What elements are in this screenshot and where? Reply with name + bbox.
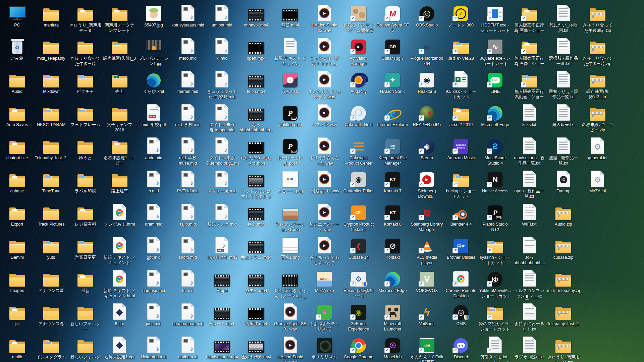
desktop-icon[interactable]: ↗無人販売不正行為 画像 - ショートカッ... — [513, 3, 546, 34]
desktop-icon[interactable]: Audio.zip — [547, 202, 580, 227]
desktop-icon[interactable]: X↗9.5.xlsx - ショートカット — [444, 69, 477, 100]
desktop-icon[interactable]: 新しいフォルダー — [69, 302, 102, 332]
desktop-icon[interactable]: ⦿↗MuseHub — [376, 335, 409, 360]
desktop-icon[interactable]: ♪xl.mid — [206, 36, 238, 61]
desktop-icon[interactable]: manisekarin - 親作品一覧.txt — [513, 136, 546, 166]
desktop-icon[interactable]: 死にたい_ゅ歌詞.txt — [547, 3, 580, 33]
desktop-icon[interactable]: Auto Saves — [1, 103, 34, 127]
desktop-icon[interactable]: Telepathy_Inst_2... — [547, 302, 580, 326]
desktop-icon[interactable]: 新規 テキスト ドキュメント.html — [103, 268, 136, 299]
desktop-icon[interactable]: 調声練習(失敗)_3 — [103, 36, 136, 61]
desktop-icon[interactable]: 画像1.png — [274, 235, 307, 260]
desktop-icon[interactable]: レジ袋有料 — [69, 202, 102, 227]
desktop-icon[interactable]: ↗Microsoft Edge — [479, 103, 512, 127]
desktop-icon[interactable]: ♪PVTNd.mid — [171, 169, 204, 194]
desktop-icon[interactable]: 調声用データテンプレート — [103, 3, 136, 33]
desktop-icon[interactable]: NKSC_PARAM — [35, 103, 68, 127]
desktop-icon[interactable]: ♪kiokumed.mid — [137, 335, 170, 360]
desktop-icon[interactable]: ↗Google Chrome — [342, 335, 375, 360]
desktop-icon[interactable]: ♪gpt.mid — [137, 235, 170, 260]
desktop-icon[interactable]: ▶ずんだもん_しおかぜふ.wav — [308, 69, 341, 100]
desktop-icon[interactable]: ↗孤独なインディーゲーム開発者の一生 ... — [342, 3, 375, 34]
desktop-icon[interactable]: ▶↗Steinberg Downlo... — [411, 169, 443, 199]
desktop-icon[interactable]: 通知うぜえ.mp4 — [240, 335, 273, 360]
desktop-icon[interactable]: ◉↗Steam — [411, 136, 443, 161]
desktop-icon[interactable]: 65407.jpg — [137, 3, 170, 28]
desktop-icon[interactable]: ↗万引きメモ.txt - ショートカット — [479, 335, 512, 362]
desktop-icon[interactable]: F.mp4 — [206, 268, 238, 293]
desktop-icon[interactable]: おっ hhhhhhhhhhhh... — [513, 235, 546, 265]
desktop-icon[interactable]: 名称未設定1.cpr — [103, 335, 136, 360]
desktop-icon[interactable]: ↗Cakewalk Product Center — [342, 136, 375, 166]
desktop-icon[interactable]: ✦↗HALion Sonic — [376, 69, 409, 94]
desktop-icon[interactable]: ◁)))↗かんたん！AITalk 3 関西風 — [411, 335, 443, 362]
desktop-icon[interactable]: open - 親作品一覧.txt — [513, 169, 546, 199]
desktop-icon[interactable]: まにまにわーるど！.txt — [513, 302, 546, 332]
desktop-icon[interactable]: ⚙general.ini — [581, 136, 614, 161]
desktop-icon[interactable]: ▶Groove Agent SE 01.wav — [274, 302, 307, 332]
desktop-icon[interactable]: jijii — [1, 302, 34, 326]
desktop-icon[interactable]: ↗Audacity — [342, 69, 375, 94]
desktop-icon[interactable]: 9.cpr — [103, 302, 136, 326]
desktop-icon[interactable]: アナウンス冬 — [35, 302, 68, 326]
desktop-icon[interactable]: Fコード.mp4 — [206, 302, 238, 326]
desktop-icon[interactable]: midi_Telepathy.zip — [547, 268, 580, 293]
desktop-icon[interactable]: midi_Telepathy — [35, 36, 68, 61]
desktop-icon[interactable]: 路上駐車 — [103, 169, 136, 194]
desktop-icon[interactable]: ♪sirofo.mid — [171, 235, 204, 260]
desktop-icon[interactable]: 新規 テキスト ドキュメント.musicxml — [274, 36, 307, 67]
desktop-icon[interactable]: ポリリリズム — [308, 335, 341, 360]
desktop-icon[interactable]: Mixdown — [35, 69, 68, 94]
desktop-icon[interactable]: ◎↗CMS — [444, 302, 477, 326]
desktop-icon[interactable]: ヘッドフォンはずしててよかっt.mp4 — [240, 169, 273, 200]
desktop-icon[interactable]: cubase.zip — [547, 235, 580, 260]
desktop-icon[interactable]: ▶HALion Sonic 02.wav — [308, 3, 341, 33]
desktop-icon[interactable]: フォトフレーム — [69, 103, 102, 127]
desktop-icon[interactable]: ▶バストラ.wav — [308, 103, 341, 127]
desktop-icon[interactable]: 井上.mp4 — [240, 202, 273, 227]
desktop-icon[interactable]: PNT2Untitled.ppsf — [274, 103, 307, 127]
desktop-icon[interactable]: 井上ドラム.mp4 — [240, 235, 273, 260]
desktop-icon[interactable]: ♪uaaaaaaaaa.mid — [171, 302, 204, 326]
desktop-icon[interactable]: cubase — [1, 169, 34, 194]
desktop-icon[interactable]: ↗Chrome Remote Desktop — [444, 268, 477, 299]
desktop-icon[interactable]: ↗Blender 4.4 — [444, 202, 477, 227]
desktop-icon[interactable]: KT↗Kontakt 8 — [376, 202, 409, 227]
desktop-icon[interactable]: テンポあて.html — [103, 202, 136, 227]
desktop-icon[interactable]: 新しいフォルダー (2) — [69, 335, 102, 362]
desktop-icon[interactable]: amazonmusic↗Amazon Music — [444, 136, 477, 161]
desktop-icon[interactable]: 最新 — [69, 268, 102, 293]
desktop-icon[interactable]: アナウンス夏 — [35, 268, 68, 293]
desktop-icon[interactable]: ゆFymmp — [547, 169, 580, 194]
desktop-icon[interactable]: GR↗Guitar Rig 7 — [376, 36, 409, 61]
desktop-icon[interactable]: 通知うぜえ - 親作品一覧.txt — [547, 69, 580, 100]
desktop-icon[interactable]: ★↗ぷよぷよ™テトリス®2 — [308, 302, 341, 332]
desktop-icon[interactable]: ↗無人販売不正行為動画 - ショートカット — [513, 69, 546, 101]
desktop-icon[interactable]: ♪td.mid — [171, 268, 204, 293]
desktop-icon[interactable]: yuto — [35, 235, 68, 260]
desktop-icon[interactable]: 営業日変更 — [69, 235, 102, 260]
desktop-icon[interactable]: e↗Internet Explorer — [376, 103, 409, 127]
desktop-icon[interactable]: だれだFXいれたやつ.mp4 — [240, 136, 273, 166]
desktop-icon[interactable]: 無題.mp4 — [274, 3, 307, 28]
desktop-icon[interactable]: ♪MP3わかりやす.mp3 — [206, 235, 238, 260]
desktop-icon[interactable]: 父子キャンプ2018 — [103, 103, 136, 133]
desktop-icon[interactable]: プレゼンテーション1.png — [274, 202, 307, 232]
desktop-icon[interactable]: 001_東北きりたん（ノーマル）_今じゃ... — [274, 268, 307, 300]
desktop-icon[interactable]: WIFI.txt — [513, 202, 546, 227]
desktop-icon[interactable]: きゅうり食ってた午後3時 .zip — [581, 3, 614, 33]
desktop-icon[interactable]: ♪b.mid — [137, 169, 170, 194]
desktop-icon[interactable]: 無人販売.txt — [547, 103, 580, 127]
desktop-icon[interactable]: ♪タイトル未設定.tempo.orig1.mid — [206, 136, 238, 166]
desktop-icon[interactable]: ohhayo-.mp4 — [240, 3, 273, 28]
desktop-icon[interactable]: Telepathy_Inst_2... — [35, 136, 68, 161]
desktop-icon[interactable]: ≋↗Keepforest File Manager — [376, 136, 409, 166]
desktop-icon[interactable]: manisekarin.mp4 — [206, 335, 238, 360]
desktop-icon[interactable]: ♪umibet.mid — [206, 3, 238, 28]
desktop-icon[interactable]: ♪mid_学校.mid — [171, 103, 204, 127]
desktop-icon[interactable]: 羽尻へ.mp4 — [240, 268, 273, 293]
desktop-icon[interactable]: ❮↗Cubase 14 — [342, 235, 375, 260]
desktop-icon[interactable]: Ƨ↗MuseScore Studio 4 — [479, 136, 512, 166]
desktop-icon[interactable]: ♪rajio.mid — [171, 202, 204, 227]
desktop-icon[interactable]: 選択肢 - 親作品一覧.txt — [547, 36, 580, 66]
